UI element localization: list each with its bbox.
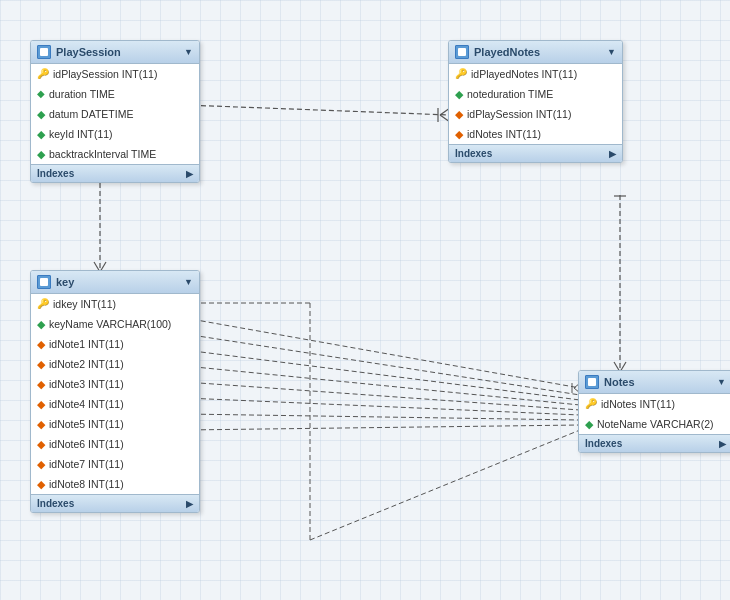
table-row: ◆ NoteName VARCHAR(2) xyxy=(579,414,730,434)
table-notes: Notes ▼ 🔑 idNotes INT(11) ◆ NoteName VAR… xyxy=(578,370,730,453)
diamond-icon: ◆ xyxy=(37,456,45,472)
table-playsession: PlaySession ▼ 🔑 idPlaySession INT(11) ◆ … xyxy=(30,40,200,183)
field-label: keyId INT(11) xyxy=(49,126,113,142)
field-label: idNotes INT(11) xyxy=(601,396,675,412)
svg-line-21 xyxy=(185,350,580,400)
diamond-icon: ◆ xyxy=(37,86,45,102)
indexes-label: Indexes xyxy=(585,438,622,449)
table-row: ◆ backtrackInterval TIME xyxy=(31,144,199,164)
table-playednotes: PlayedNotes ▼ 🔑 idPlayedNotes INT(11) ◆ … xyxy=(448,40,623,163)
field-label: duration TIME xyxy=(49,86,115,102)
table-row: ◆ idPlaySession INT(11) xyxy=(449,104,622,124)
table-footer-playednotes[interactable]: Indexes ▶ xyxy=(449,144,622,162)
indexes-label: Indexes xyxy=(455,148,492,159)
field-label: noteduration TIME xyxy=(467,86,553,102)
table-icon-playednotes xyxy=(455,45,469,59)
svg-line-0 xyxy=(185,105,450,115)
field-label: NoteName VARCHAR(2) xyxy=(597,416,714,432)
dropdown-playsession[interactable]: ▼ xyxy=(184,47,193,57)
field-label: idNote7 INT(11) xyxy=(49,456,124,472)
field-label: idPlayedNotes INT(11) xyxy=(471,66,577,82)
table-icon-notes xyxy=(585,375,599,389)
svg-line-41 xyxy=(185,425,580,430)
field-label: idNote1 INT(11) xyxy=(49,336,124,352)
svg-line-29 xyxy=(185,382,580,410)
footer-arrow: ▶ xyxy=(186,169,193,179)
table-row: ◆ idNote6 INT(11) xyxy=(31,434,199,454)
key-icon: 🔑 xyxy=(455,66,467,82)
field-label: idNote8 INT(11) xyxy=(49,476,124,492)
diamond-icon: ◆ xyxy=(37,436,45,452)
table-title-key: key xyxy=(56,276,74,288)
diamond-icon: ◆ xyxy=(37,106,45,122)
field-label: backtrackInterval TIME xyxy=(49,146,156,162)
diamond-icon: ◆ xyxy=(37,356,45,372)
table-row: ◆ keyName VARCHAR(100) xyxy=(31,314,199,334)
field-label: idNote6 INT(11) xyxy=(49,436,124,452)
svg-line-13 xyxy=(185,318,580,388)
field-label: idNotes INT(11) xyxy=(467,126,541,142)
diamond-icon: ◆ xyxy=(37,376,45,392)
table-row: ◆ idNote7 INT(11) xyxy=(31,454,199,474)
dropdown-notes[interactable]: ▼ xyxy=(717,377,726,387)
field-label: idNote3 INT(11) xyxy=(49,376,124,392)
table-title-notes: Notes xyxy=(604,376,635,388)
key-icon: 🔑 xyxy=(585,396,597,412)
field-label: idPlaySession INT(11) xyxy=(53,66,157,82)
table-title-playsession: PlaySession xyxy=(56,46,121,58)
table-title-playednotes: PlayedNotes xyxy=(474,46,540,58)
table-header-key[interactable]: key ▼ xyxy=(31,271,199,294)
table-row: ◆ noteduration TIME xyxy=(449,84,622,104)
table-row: ◆ idNote2 INT(11) xyxy=(31,354,199,374)
table-row: ◆ idNote1 INT(11) xyxy=(31,334,199,354)
field-label: idkey INT(11) xyxy=(53,296,116,312)
svg-line-37 xyxy=(185,414,580,420)
diamond-icon: ◆ xyxy=(37,316,45,332)
diamond-icon: ◆ xyxy=(37,396,45,412)
table-footer-key[interactable]: Indexes ▶ xyxy=(31,494,199,512)
table-row: 🔑 idPlaySession INT(11) xyxy=(31,64,199,84)
table-row: ◆ keyId INT(11) xyxy=(31,124,199,144)
table-footer-notes[interactable]: Indexes ▶ xyxy=(579,434,730,452)
svg-line-25 xyxy=(185,366,580,405)
table-key: key ▼ 🔑 idkey INT(11) ◆ keyName VARCHAR(… xyxy=(30,270,200,513)
table-row: 🔑 idPlayedNotes INT(11) xyxy=(449,64,622,84)
field-label: idNote2 INT(11) xyxy=(49,356,124,372)
table-header-playednotes[interactable]: PlayedNotes ▼ xyxy=(449,41,622,64)
diamond-icon: ◆ xyxy=(37,126,45,142)
diamond-icon: ◆ xyxy=(37,476,45,492)
field-label: idPlaySession INT(11) xyxy=(467,106,571,122)
key-icon: 🔑 xyxy=(37,296,49,312)
footer-arrow: ▶ xyxy=(719,439,726,449)
field-label: keyName VARCHAR(100) xyxy=(49,316,171,332)
table-icon-playsession xyxy=(37,45,51,59)
diamond-icon: ◆ xyxy=(37,336,45,352)
table-row: 🔑 idNotes INT(11) xyxy=(579,394,730,414)
svg-line-17 xyxy=(185,334,580,395)
field-label: idNote5 INT(11) xyxy=(49,416,124,432)
table-row: ◆ idNote3 INT(11) xyxy=(31,374,199,394)
diamond-icon: ◆ xyxy=(455,86,463,102)
table-header-notes[interactable]: Notes ▼ xyxy=(579,371,730,394)
svg-line-33 xyxy=(185,398,580,415)
table-header-playsession[interactable]: PlaySession ▼ xyxy=(31,41,199,64)
table-row: ◆ idNote4 INT(11) xyxy=(31,394,199,414)
dropdown-playednotes[interactable]: ▼ xyxy=(607,47,616,57)
diamond-icon: ◆ xyxy=(455,126,463,142)
field-label: idNote4 INT(11) xyxy=(49,396,124,412)
svg-line-50 xyxy=(310,430,580,540)
table-row: ◆ idNote8 INT(11) xyxy=(31,474,199,494)
field-label: datum DATETIME xyxy=(49,106,133,122)
table-footer-playsession[interactable]: Indexes ▶ xyxy=(31,164,199,182)
diamond-icon: ◆ xyxy=(455,106,463,122)
footer-arrow: ▶ xyxy=(609,149,616,159)
key-icon: 🔑 xyxy=(37,66,49,82)
table-row: ◆ idNote5 INT(11) xyxy=(31,414,199,434)
table-row: 🔑 idkey INT(11) xyxy=(31,294,199,314)
indexes-label: Indexes xyxy=(37,168,74,179)
footer-arrow: ▶ xyxy=(186,499,193,509)
dropdown-key[interactable]: ▼ xyxy=(184,277,193,287)
table-icon-key xyxy=(37,275,51,289)
indexes-label: Indexes xyxy=(37,498,74,509)
table-row: ◆ datum DATETIME xyxy=(31,104,199,124)
